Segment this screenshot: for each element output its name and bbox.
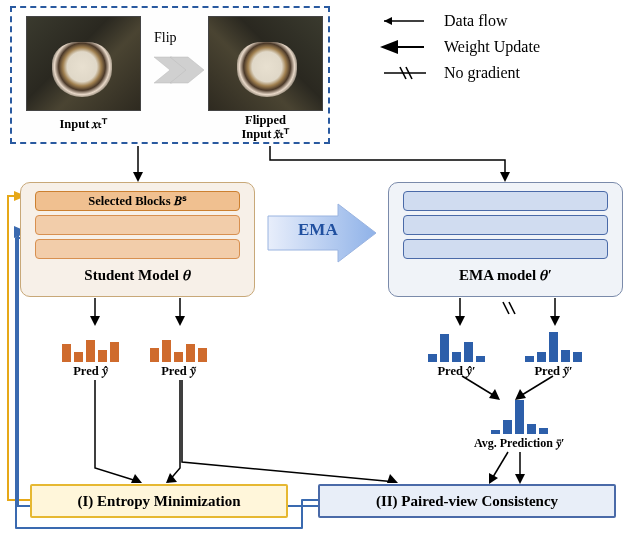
svg-line-15 <box>509 302 515 314</box>
legend-dataflow-label: Data flow <box>444 12 508 30</box>
pred-ytildep-label: Pred 𝑦̃′ <box>534 364 572 379</box>
pred-yhatp-group: Pred 𝑦̂′ <box>428 328 485 379</box>
input-panel: Input 𝑥ₜᵀ Flip Flipped Input 𝑥̃ₜᵀ <box>10 6 330 144</box>
pred-ytilde-group: Pred 𝑦̃ <box>150 328 207 379</box>
svg-marker-10 <box>500 172 510 182</box>
consistency-label: (II) Paired-view Consistency <box>376 493 558 510</box>
svg-marker-19 <box>131 474 142 483</box>
flipped-label: Flipped Input 𝑥̃ₜᵀ <box>208 114 323 142</box>
svg-marker-5 <box>380 40 398 54</box>
entropy-loss-box: (I) Entropy Minimization <box>30 484 288 518</box>
pred-yhatp-bars <box>428 328 485 362</box>
selected-blocks-row: Selected Blocks 𝐵ˢ <box>35 191 240 211</box>
flip-arrow-icon <box>152 53 204 87</box>
svg-marker-12 <box>175 316 185 326</box>
student-block <box>35 215 240 235</box>
svg-marker-16 <box>550 316 560 326</box>
student-block <box>35 239 240 259</box>
input-x-label: Input 𝑥ₜᵀ <box>26 116 141 132</box>
legend: Data flow Weight Update No gradient <box>378 8 540 86</box>
ema-block <box>403 239 608 259</box>
avg-pred-label: Avg. Prediction 𝑦̄′ <box>474 436 564 451</box>
svg-line-14 <box>503 302 509 314</box>
avg-pred-bars <box>491 400 548 434</box>
entropy-label: (I) Entropy Minimization <box>77 493 240 510</box>
pred-yhat-bars <box>62 328 119 362</box>
pred-ytilde-label: Pred 𝑦̃ <box>161 364 196 379</box>
ema-arrow-label: EMA <box>298 220 338 240</box>
input-image <box>26 16 141 111</box>
svg-marker-11 <box>90 316 100 326</box>
pred-ytildep-bars <box>525 328 582 362</box>
svg-marker-3 <box>384 17 392 25</box>
arrow-line-icon <box>378 12 432 30</box>
svg-marker-9 <box>133 172 143 182</box>
ema-block <box>403 215 608 235</box>
ema-model-panel: EMA model 𝜃′ <box>388 182 623 297</box>
arrow-thick-icon <box>378 38 432 56</box>
pred-yhat-group: Pred 𝑦̂ <box>62 328 119 379</box>
pred-ytildep-group: Pred 𝑦̃′ <box>525 328 582 379</box>
avg-pred-group: Avg. Prediction 𝑦̄′ <box>474 400 564 451</box>
svg-marker-21 <box>387 474 398 483</box>
consistency-loss-box: (II) Paired-view Consistency <box>318 484 616 518</box>
svg-marker-22 <box>489 473 498 484</box>
student-model-panel: Selected Blocks 𝐵ˢ Student Model 𝜃 <box>20 182 255 297</box>
pred-yhatp-label: Pred 𝑦̂′ <box>437 364 475 379</box>
svg-marker-20 <box>166 473 177 483</box>
legend-nograd-label: No gradient <box>444 64 520 82</box>
svg-marker-18 <box>515 389 526 400</box>
legend-weight-label: Weight Update <box>444 38 540 56</box>
flipped-image <box>208 16 323 111</box>
no-gradient-icon <box>378 64 432 82</box>
ema-block <box>403 191 608 211</box>
svg-marker-23 <box>515 474 525 484</box>
flip-label: Flip <box>154 30 177 46</box>
pred-ytilde-bars <box>150 328 207 362</box>
ema-title: EMA model 𝜃′ <box>403 267 608 284</box>
svg-marker-13 <box>455 316 465 326</box>
pred-yhat-label: Pred 𝑦̂ <box>73 364 108 379</box>
student-title: Student Model 𝜃 <box>35 267 240 284</box>
selected-blocks-label: Selected Blocks 𝐵ˢ <box>88 193 186 209</box>
svg-marker-17 <box>489 389 500 400</box>
